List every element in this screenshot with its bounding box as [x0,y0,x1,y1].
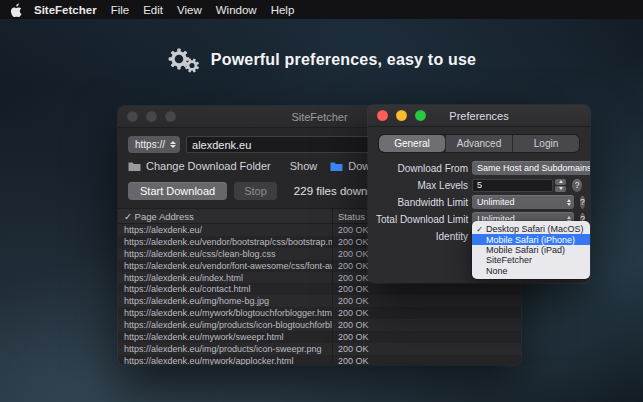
minimize-button[interactable] [396,110,407,121]
form-row-bandwidth-limit: Bandwidth Limit Unlimited ? [376,195,582,209]
identity-menu-item[interactable]: SiteFetcher [472,255,590,265]
download-from-popup[interactable]: Same Host and Subdomains [472,161,590,175]
status-cell: 200 OK [332,283,521,295]
identity-menu-item[interactable]: None [472,266,590,276]
max-levels-stepper[interactable] [555,179,566,192]
window-controls [377,110,426,121]
scheme-popup[interactable]: https:// [128,136,180,153]
download-from-value: Same Host and Subdomains [477,163,590,173]
popup-arrows-icon [170,141,176,148]
table-row[interactable]: https://alexdenk.eu/img/products/icon-sw… [118,343,521,355]
page-address-cell: https://alexdenk.eu/mywork/sweepr.html [118,332,332,342]
page-address-cell: https://alexdenk.eu/ [118,225,332,235]
identity-menu-item[interactable]: ✓Desktop Safari (MacOS) [472,224,590,234]
menubar-item-edit[interactable]: Edit [143,4,163,16]
max-levels-label: Max Levels [376,180,468,191]
identity-menu-item-label: Mobile Safari (iPhone) [486,235,575,245]
show-label: Show [290,160,318,172]
downloads-folder-icon [330,161,343,172]
bandwidth-limit-label: Bandwidth Limit [376,197,468,208]
preferences-tabs: General Advanced Login [368,134,590,153]
page-address-cell: https://alexdenk.eu/mywork/blogtouchforb… [118,308,332,318]
table-row[interactable]: https://alexdenk.eu/mywork/applocker.htm… [118,355,521,365]
menubar-item-window[interactable]: Window [216,4,257,16]
identity-menu-item-label: None [486,266,508,276]
table-row[interactable]: https://alexdenk.eu/img/home-bg.jpg 200 … [118,295,521,307]
close-button[interactable] [377,110,388,121]
window-title: Preferences [449,110,508,122]
hero-banner: Powerful preferences, easy to use [0,46,643,74]
page-address-cell: https://alexdenk.eu/mywork/applocker.htm… [118,356,332,365]
popup-arrows-icon [567,199,571,206]
menubar-app-name[interactable]: SiteFetcher [34,4,97,16]
column-header-page-address[interactable]: ✓ Page Address [118,211,332,222]
tab-login[interactable]: Login [513,135,579,152]
scheme-value: https:// [135,139,165,150]
gears-icon [167,46,199,74]
page-address-cell: https://alexdenk.eu/css/clean-blog.css [118,249,332,259]
identity-menu: ✓Desktop Safari (MacOS)Mobile Safari (iP… [472,221,590,279]
status-cell: 200 OK [332,343,521,355]
zoom-button[interactable] [165,111,176,122]
url-value: alexdenk.eu [192,139,251,151]
hero-title: Powerful preferences, easy to use [211,51,476,69]
status-cell: 200 OK [332,295,521,307]
menubar-item-file[interactable]: File [111,4,130,16]
page-address-cell: https://alexdenk.eu/vendor/bootstrap/css… [118,237,332,247]
page-address-cell: https://alexdenk.eu/index.html [118,273,332,283]
identity-menu-item-label: Mobile Safari (iPad) [486,245,565,255]
minimize-button[interactable] [146,111,157,122]
status-cell: 200 OK [332,307,521,319]
close-button[interactable] [127,111,138,122]
menubar-item-help[interactable]: Help [271,4,295,16]
total-download-limit-label: Total Download Limit [376,214,468,225]
table-row[interactable]: https://alexdenk.eu/contact.html 200 OK [118,283,521,295]
folder-icon [128,161,141,172]
start-download-button[interactable]: Start Download [128,182,227,200]
bandwidth-limit-popup[interactable]: Unlimited [472,195,574,209]
table-row[interactable]: https://alexdenk.eu/img/products/icon-bl… [118,319,521,331]
tab-advanced[interactable]: Advanced [446,135,513,152]
max-levels-value: 5 [477,180,482,190]
page-address-cell: https://alexdenk.eu/img/products/icon-bl… [118,320,332,330]
identity-menu-item[interactable]: Mobile Safari (iPhone) [472,234,590,244]
change-folder-button[interactable]: Change Download Folder [146,160,271,172]
identity-menu-item-label: Desktop Safari (MacOS) [486,224,584,234]
zoom-button[interactable] [415,110,426,121]
page-address-cell: https://alexdenk.eu/contact.html [118,284,332,294]
table-row[interactable]: https://alexdenk.eu/mywork/sweepr.html 2… [118,331,521,343]
bandwidth-limit-value: Unlimited [477,197,567,207]
table-row[interactable]: https://alexdenk.eu/mywork/blogtouchforb… [118,307,521,319]
form-row-download-from: Download From Same Host and Subdomains ? [376,161,582,175]
max-levels-input[interactable]: 5 [472,179,553,192]
apple-icon [10,3,22,17]
window-controls [127,111,176,122]
page-address-cell: https://alexdenk.eu/img/products/icon-sw… [118,344,332,354]
identity-menu-item-label: SiteFetcher [486,255,532,265]
identity-label: Identity [376,231,468,242]
form-row-max-levels: Max Levels 5 ? [376,178,582,192]
tab-general[interactable]: General [379,135,446,152]
menubar-item-view[interactable]: View [177,4,202,16]
stop-button[interactable]: Stop [234,182,277,200]
menu-bar: SiteFetcher FileEditViewWindowHelp [0,0,643,19]
status-cell: 200 OK [332,331,521,343]
download-from-label: Download From [376,163,468,174]
checkmark-icon: ✓ [475,225,484,234]
status-cell: 200 OK [332,319,521,331]
page-address-cell: https://alexdenk.eu/vendor/font-awesome/… [118,261,332,271]
apple-menu[interactable] [10,3,22,17]
page-address-cell: https://alexdenk.eu/img/home-bg.jpg [118,296,332,306]
help-button[interactable]: ? [572,179,582,192]
menubar-items: FileEditViewWindowHelp [111,4,309,16]
preferences-window: Preferences General Advanced Login Downl… [368,105,590,283]
preferences-titlebar[interactable]: Preferences [368,105,590,127]
window-title: SiteFetcher [291,111,347,123]
help-button[interactable]: ? [580,196,585,209]
status-cell: 200 OK [332,355,521,365]
identity-menu-item[interactable]: Mobile Safari (iPad) [472,245,590,255]
